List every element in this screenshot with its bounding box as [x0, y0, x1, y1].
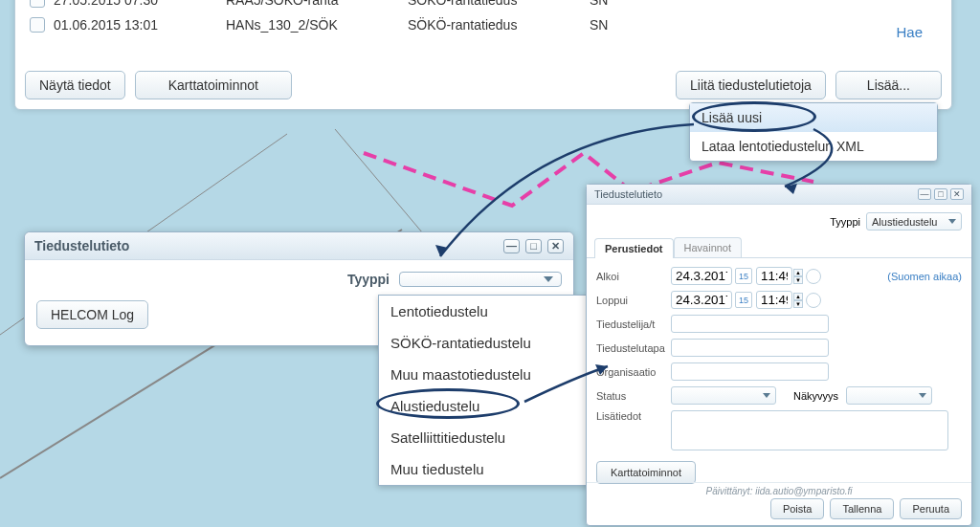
- tab-observations[interactable]: Havainnot: [674, 237, 743, 257]
- calendar-icon[interactable]: 15: [735, 268, 752, 284]
- type-option[interactable]: Satelliittitiedustelu: [379, 422, 597, 453]
- table-row: 01.06.2015 13:01 HANs_130_2/SÖK SÖKÖ-ran…: [21, 12, 946, 37]
- recon-detail-dialog: Tiedustelutieto — □ ✕ Tyyppi Alustiedust…: [586, 184, 972, 526]
- tab-basic[interactable]: Perustiedot: [594, 238, 674, 258]
- extra-info-input[interactable]: [671, 410, 948, 450]
- time-down-icon[interactable]: ▼: [793, 276, 803, 284]
- search-link[interactable]: Hae: [896, 24, 923, 40]
- save-button[interactable]: Tallenna: [830, 498, 894, 519]
- label-status: Status: [596, 390, 671, 402]
- cell-code: SN: [590, 17, 676, 33]
- type-value: Alustiedustelu: [872, 216, 938, 228]
- method-input[interactable]: [671, 339, 829, 357]
- clock-icon[interactable]: [806, 269, 821, 284]
- add-button[interactable]: Lisää...: [835, 71, 942, 99]
- observers-input[interactable]: [671, 315, 829, 333]
- time-up-icon[interactable]: ▲: [793, 269, 803, 276]
- cell-code: SN: [590, 0, 676, 8]
- label-method: Tiedustelutapa: [596, 342, 671, 354]
- minimize-icon[interactable]: —: [503, 239, 520, 253]
- dialog-title: Tiedustelutieto: [34, 238, 129, 253]
- time-down-icon[interactable]: ▼: [793, 300, 803, 308]
- row-checkbox[interactable]: [30, 17, 45, 33]
- attach-recon-button[interactable]: Liitä tiedustelutietoja: [676, 71, 826, 99]
- cell-name: HANs_130_2/SÖK: [226, 17, 408, 33]
- close-icon[interactable]: ✕: [547, 239, 564, 253]
- label-extra: Lisätiedot: [596, 410, 671, 422]
- label-visibility: Näkyvyys: [793, 390, 838, 402]
- dialog-title: Tiedustelutieto: [594, 188, 662, 200]
- chevron-down-icon: [919, 393, 926, 398]
- cell-name: RAA5/SOKO-ranta: [226, 0, 408, 8]
- close-icon[interactable]: ✕: [950, 188, 964, 200]
- calendar-icon[interactable]: 15: [735, 292, 752, 308]
- type-select[interactable]: [399, 272, 562, 287]
- type-label: Tyyppi: [830, 216, 860, 228]
- add-dropdown: Lisää uusi Lataa lentotiedustelun XML: [689, 102, 938, 162]
- cell-type: SÖKÖ-rantatiedus: [408, 17, 590, 33]
- fi-time-note: (Suomen aikaa): [887, 271, 962, 282]
- results-panel: 27.05.2015 07:30 RAA5/SOKO-ranta SOKO-ra…: [14, 0, 952, 110]
- chevron-down-icon: [948, 219, 956, 224]
- map-functions-button[interactable]: Karttatoiminnot: [135, 71, 292, 99]
- maximize-icon[interactable]: □: [934, 188, 947, 200]
- chevron-down-icon: [544, 276, 553, 282]
- type-options-list: Lentotiedustelu SÖKÖ-rantatiedustelu Muu…: [378, 295, 598, 486]
- type-option[interactable]: SÖKÖ-rantatiedustelu: [379, 327, 597, 359]
- start-time-input[interactable]: [756, 267, 792, 285]
- helcom-log-button[interactable]: HELCOM Log: [36, 300, 148, 329]
- type-select[interactable]: Alustiedustelu: [866, 212, 962, 231]
- organisation-input[interactable]: [671, 362, 829, 381]
- row-checkbox[interactable]: [30, 0, 45, 8]
- type-option[interactable]: Lentotiedustelu: [379, 296, 597, 327]
- maximize-icon[interactable]: □: [525, 239, 542, 253]
- label-observers: Tiedustelija/t: [596, 318, 671, 330]
- menu-item-add-new[interactable]: Lisää uusi: [690, 103, 937, 132]
- minimize-icon[interactable]: —: [918, 188, 931, 200]
- map-functions-button[interactable]: Karttatoiminnot: [596, 461, 696, 484]
- type-option[interactable]: Muu maastotiedustelu: [379, 359, 597, 390]
- cell-date: 01.06.2015 13:01: [54, 17, 226, 33]
- label-started: Alkoi: [596, 271, 671, 282]
- type-option[interactable]: Alustiedustelu: [379, 390, 597, 422]
- show-details-button[interactable]: Näytä tiedot: [25, 71, 125, 99]
- clock-icon[interactable]: [806, 293, 821, 308]
- type-option[interactable]: Muu tiedustelu: [379, 453, 597, 485]
- start-date-input[interactable]: [671, 267, 732, 285]
- label-ended: Loppui: [596, 295, 671, 306]
- cell-date: 27.05.2015 07:30: [54, 0, 226, 8]
- updated-by-text: Päivittänyt: iida.autio@ymparisto.fi: [587, 482, 971, 496]
- cancel-button[interactable]: Peruuta: [900, 498, 962, 519]
- time-up-icon[interactable]: ▲: [793, 293, 803, 300]
- chevron-down-icon: [763, 393, 770, 398]
- end-time-input[interactable]: [756, 291, 792, 309]
- status-select[interactable]: [671, 386, 776, 405]
- cell-type: SOKO-rantatiedus: [408, 0, 590, 8]
- label-organisation: Organisaatio: [596, 366, 671, 378]
- menu-item-load-xml[interactable]: Lataa lentotiedustelun XML: [690, 132, 937, 161]
- delete-button[interactable]: Poista: [770, 498, 825, 519]
- table-row: 27.05.2015 07:30 RAA5/SOKO-ranta SOKO-ra…: [21, 0, 946, 12]
- end-date-input[interactable]: [671, 291, 732, 309]
- visibility-select[interactable]: [846, 386, 932, 405]
- type-label: Tyyppi: [347, 272, 390, 287]
